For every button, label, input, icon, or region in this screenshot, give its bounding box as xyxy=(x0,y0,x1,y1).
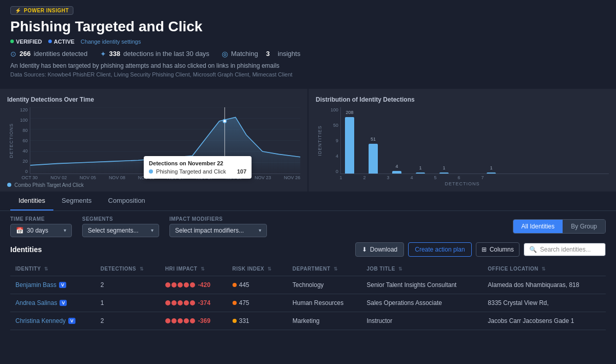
hri-dots-3 xyxy=(165,318,195,323)
identity-link-1[interactable]: Benjamin Bass V xyxy=(15,281,90,289)
by-group-btn[interactable]: By Group xyxy=(563,220,605,233)
left-chart-plot: Detections on November 22 Phishing Targe… xyxy=(30,107,300,174)
svg-point-7 xyxy=(223,119,226,122)
bar-4: 1 xyxy=(416,173,425,174)
active-dot xyxy=(48,40,52,43)
right-chart-title: Distribution of Identity Detections xyxy=(316,96,609,103)
right-y-axis: 100 50 9 4 0 xyxy=(324,107,340,174)
detections-icon: ✦ xyxy=(100,50,106,58)
col-identity: IDENTITY ⇅ xyxy=(10,262,95,276)
table-title: Identities xyxy=(10,245,42,254)
download-button[interactable]: ⬇ Download xyxy=(355,242,404,257)
bolt-icon: ⚡ xyxy=(15,8,22,13)
col-dept: DEPARTMENT ⇅ xyxy=(287,262,361,276)
metrics-row: ⊙ 266 identities detected ✦ 338 detectio… xyxy=(10,50,606,58)
chart-tooltip: Detections on November 22 Phishing Targe… xyxy=(144,156,252,179)
detections-cell-1: 2 xyxy=(95,276,160,294)
tab-composition[interactable]: Composition xyxy=(100,191,153,210)
table-header: IDENTITY ⇅ DETECTIONS ⇅ HRI IMPACT ⇅ RIS… xyxy=(10,262,606,276)
dept-cell-2: Human Resources xyxy=(287,294,361,312)
verified-badge-2: V xyxy=(60,300,67,306)
risk-dot-3 xyxy=(233,319,237,323)
left-chart-title: Identity Detections Over Time xyxy=(7,96,300,103)
sort-icon-jobtitle: ⇅ xyxy=(398,266,403,272)
description: An Identity has been targeted by phishin… xyxy=(10,62,606,69)
columns-button[interactable]: ⊞ Columns xyxy=(476,242,519,257)
right-x-axis-title: DETECTIONS xyxy=(316,181,609,186)
col-jobtitle: JOB TITLE ⇅ xyxy=(361,262,483,276)
verified-dot xyxy=(10,40,14,43)
bar-1: 208 xyxy=(345,117,354,174)
right-y-label: IDENTITIES xyxy=(317,125,322,156)
bar-chart-plot: 208 51 4 xyxy=(340,107,609,174)
sort-icon-office: ⇅ xyxy=(542,266,546,272)
calendar-icon: 📅 xyxy=(16,227,24,234)
hri-value-1: -420 xyxy=(198,281,210,289)
sort-icon-dept: ⇅ xyxy=(334,266,338,272)
impact-filter: IMPACT MODIFIERS Select impact modifiers… xyxy=(169,216,267,237)
jobtitle-cell-1: Senior Talent Insights Consultant xyxy=(361,276,483,294)
search-icon: 🔍 xyxy=(529,246,537,253)
page-title: Phishing Targeted and Click xyxy=(10,18,606,35)
action-plan-button[interactable]: Create action plan xyxy=(408,242,471,257)
left-y-label-wrapper: DETECTIONS xyxy=(7,107,15,174)
page-header: ⚡ POWER INSIGHT Phishing Targeted and Cl… xyxy=(0,0,616,89)
power-insight-badge: ⚡ POWER INSIGHT xyxy=(10,6,73,15)
sort-icon-identity: ⇅ xyxy=(44,266,49,272)
office-cell-2: 8335 Crystal View Rd, xyxy=(483,294,606,312)
hri-cell-2: -374 xyxy=(160,294,227,312)
left-y-label: DETECTIONS xyxy=(9,123,14,158)
risk-cell-2: 475 xyxy=(227,294,287,312)
segments-chevron-icon: ▾ xyxy=(151,227,153,233)
identity-link-3[interactable]: Christina Kennedy V xyxy=(15,317,90,324)
columns-icon: ⊞ xyxy=(482,246,487,253)
detections-cell-3: 2 xyxy=(95,312,160,330)
identity-cell-2: Andrea Salinas V xyxy=(10,294,95,312)
matching-icon: ◎ xyxy=(222,50,228,58)
dept-cell-1: Technology xyxy=(287,276,361,294)
bar-3: 4 xyxy=(392,171,401,174)
hri-dots-1 xyxy=(165,282,195,288)
sort-icon-hri: ⇅ xyxy=(201,266,205,272)
jobtitle-cell-2: Sales Operations Associate xyxy=(361,294,483,312)
time-frame-filter: TIME FRAME 📅 30 days ▾ xyxy=(10,216,72,237)
verified-badge-3: V xyxy=(68,318,75,324)
chevron-down-icon: ▾ xyxy=(64,227,66,233)
hri-cell-1: -420 xyxy=(160,276,227,294)
chart-legend: Combo Phish Target And Click xyxy=(7,182,300,188)
tab-segments[interactable]: Segments xyxy=(53,191,100,210)
detections-cell-2: 1 xyxy=(95,294,160,312)
bar-7: 1 xyxy=(487,173,496,174)
search-box[interactable]: 🔍 Search identities... xyxy=(524,243,606,256)
sort-icon-detections: ⇅ xyxy=(140,266,144,272)
legend-dot xyxy=(7,183,11,187)
tabs-row: Identities Segments Composition xyxy=(10,191,606,210)
hri-dots-2 xyxy=(165,300,195,305)
active-status: ACTIVE xyxy=(48,39,74,45)
identities-icon: ⊙ xyxy=(10,50,16,58)
right-x-labels: 1 2 3 4 5 6 7 xyxy=(316,175,609,180)
segments-select[interactable]: Select segments... ▾ xyxy=(82,224,159,237)
office-cell-3: Jacobs Carr Jacobsens Gade 1 xyxy=(483,312,606,330)
table-row: Benjamin Bass V 2 xyxy=(10,276,606,294)
sort-icon-risk: ⇅ xyxy=(267,266,272,272)
metric-matching: ◎ Matching 3 insights xyxy=(222,50,300,58)
dept-cell-3: Marketing xyxy=(287,312,361,330)
risk-dot-2 xyxy=(233,301,237,305)
change-identity-link[interactable]: Change identity settings xyxy=(81,39,141,45)
table-row: Christina Kennedy V 2 xyxy=(10,312,606,330)
tab-identities[interactable]: Identities xyxy=(10,191,53,210)
identity-link-2[interactable]: Andrea Salinas V xyxy=(15,299,90,306)
identities-table: IDENTITY ⇅ DETECTIONS ⇅ HRI IMPACT ⇅ RIS… xyxy=(10,262,606,330)
impact-select[interactable]: Select impact modifiers... ▾ xyxy=(169,224,267,237)
all-identities-btn[interactable]: All Identities xyxy=(513,220,563,233)
risk-cell-3: 331 xyxy=(227,312,287,330)
view-toggle: All Identities By Group xyxy=(513,219,606,234)
col-detections: DETECTIONS ⇅ xyxy=(95,262,160,276)
hri-value-2: -374 xyxy=(198,299,210,306)
time-frame-select[interactable]: 📅 30 days ▾ xyxy=(10,224,72,237)
table-header-row: Identities ⬇ Download Create action plan… xyxy=(10,242,606,257)
metric-detections: ✦ 338 detections in the last 30 days xyxy=(100,50,209,58)
impact-chevron-icon: ▾ xyxy=(259,227,261,233)
right-y-label-wrapper: IDENTITIES xyxy=(316,107,324,174)
